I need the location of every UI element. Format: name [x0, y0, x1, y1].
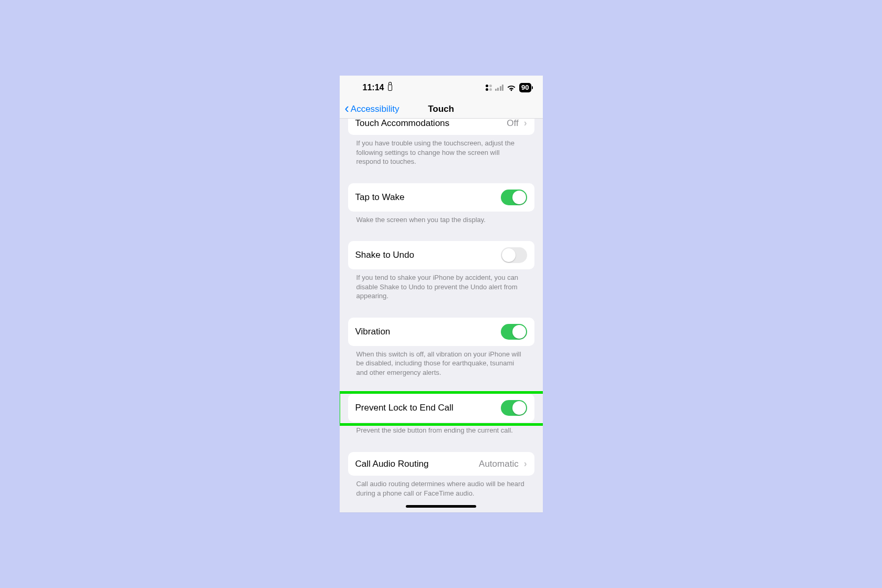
- toggle-vibration[interactable]: [501, 324, 527, 340]
- row-tap-to-wake: Tap to Wake: [348, 183, 534, 212]
- phone-frame: 11:14 90 ‹ Accessibility Touch Tou: [340, 76, 543, 512]
- row-footer: Wake the screen when you tap the display…: [348, 212, 534, 225]
- page-title: Touch: [428, 104, 454, 114]
- wifi-icon: [507, 85, 516, 91]
- dual-sim-icon: [486, 85, 492, 91]
- row-value: Automatic: [479, 459, 519, 469]
- clock-text: 11:14: [363, 83, 384, 92]
- back-button[interactable]: ‹ Accessibility: [340, 104, 400, 114]
- battery-indicator: 90: [519, 83, 531, 92]
- cell-signal-icon: [495, 85, 504, 91]
- row-shake-to-undo: Shake to Undo: [348, 241, 534, 269]
- back-label: Accessibility: [351, 104, 400, 114]
- lock-icon: [388, 85, 392, 91]
- row-label: Vibration: [355, 327, 391, 337]
- row-label: Prevent Lock to End Call: [355, 403, 454, 413]
- row-label: Call Audio Routing: [355, 459, 429, 469]
- row-footer: When this switch is off, all vibration o…: [348, 346, 534, 377]
- row-prevent-lock-end-call: Prevent Lock to End Call: [348, 394, 534, 422]
- chevron-right-icon: ›: [524, 118, 527, 129]
- row-vibration: Vibration: [348, 318, 534, 346]
- toggle-tap-to-wake[interactable]: [501, 190, 527, 205]
- chevron-right-icon: ›: [524, 458, 527, 469]
- highlight-box: Prevent Lock to End Call: [348, 394, 534, 422]
- row-footer: If you have trouble using the touchscree…: [348, 135, 534, 166]
- toggle-shake-to-undo[interactable]: [501, 247, 527, 263]
- row-footer: Call audio routing determines where audi…: [348, 476, 534, 498]
- row-label: Touch Accommodations: [355, 118, 450, 129]
- row-value: Off: [507, 118, 518, 129]
- toggle-prevent-lock-end-call[interactable]: [501, 400, 527, 416]
- row-label: Tap to Wake: [355, 192, 405, 203]
- home-indicator[interactable]: [406, 505, 476, 508]
- status-bar: 11:14 90: [340, 76, 543, 100]
- row-label: Shake to Undo: [355, 250, 414, 260]
- nav-bar: ‹ Accessibility Touch: [340, 100, 543, 119]
- row-footer: If you tend to shake your iPhone by acci…: [348, 269, 534, 301]
- status-time: 11:14: [363, 83, 393, 92]
- row-footer: Prevent the side button from ending the …: [348, 422, 534, 435]
- row-call-audio-routing[interactable]: Call Audio Routing Automatic ›: [348, 452, 534, 476]
